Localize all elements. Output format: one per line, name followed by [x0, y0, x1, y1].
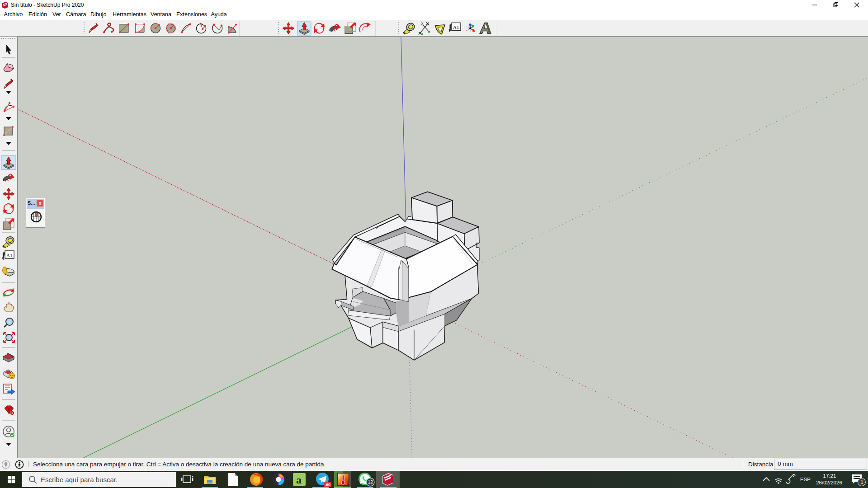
svg-text:a: a — [296, 474, 302, 486]
svg-text:3: 3 — [421, 21, 424, 26]
svg-text:A1: A1 — [6, 253, 12, 258]
svg-text:12: 12 — [368, 479, 373, 485]
svg-text:1: 1 — [861, 479, 863, 485]
svg-text:A1: A1 — [453, 24, 459, 30]
svg-text:.69: .69 — [325, 483, 331, 487]
